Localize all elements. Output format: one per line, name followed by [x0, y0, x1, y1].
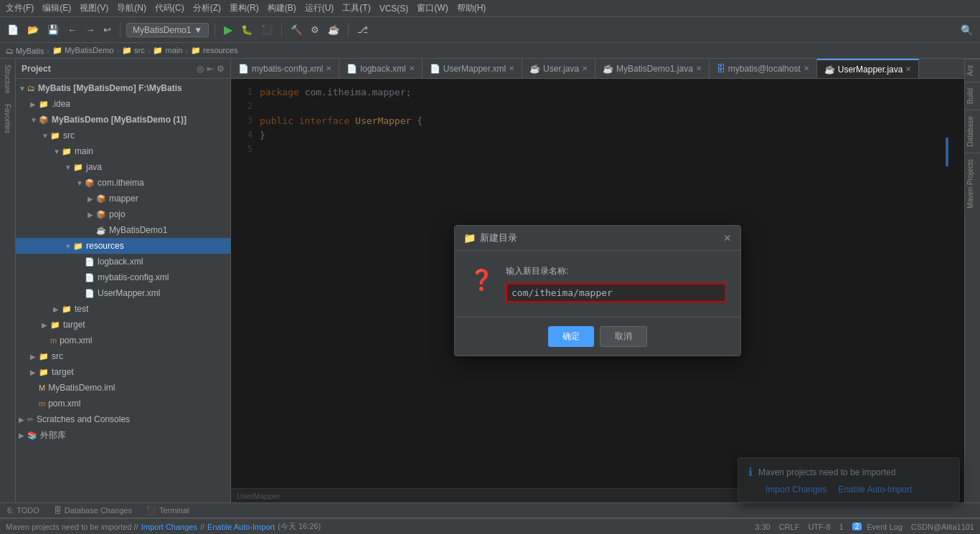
back-button[interactable]: ←	[65, 23, 80, 37]
status-indent[interactable]: 1	[839, 523, 844, 531]
breadcrumb-src[interactable]: 📁 src	[122, 46, 145, 55]
sdk-button[interactable]: ☕	[325, 23, 342, 37]
maven-icon: m	[50, 336, 57, 345]
dialog-title-text: 新建目录	[480, 232, 517, 244]
breadcrumb-resources[interactable]: 📁 resources	[191, 46, 237, 55]
dialog-cancel-button[interactable]: 取消	[600, 326, 647, 347]
tab-mybatis-db[interactable]: 🗄 mybatis@localhost ✕	[710, 59, 817, 79]
menu-vcs[interactable]: VCS(S)	[380, 4, 409, 14]
editor-area[interactable]: 1 package com.itheima.mapper; 2 3 public…	[231, 79, 964, 502]
tree-item-mybatis-config[interactable]: ▶ 📄 mybatis-config.xml	[16, 270, 230, 285]
tree-item-target-root[interactable]: ▶ 📁 target	[16, 364, 230, 380]
scroll-from-source-icon[interactable]: ◎	[197, 64, 204, 74]
tree-item-mybatisdemo[interactable]: ▼ 📦 MyBatisDemo [MyBatisDemo (1)]	[16, 112, 230, 128]
tree-item-java[interactable]: ▼ 📁 java	[16, 159, 230, 175]
tab-close-icon[interactable]: ✕	[509, 65, 514, 72]
menu-file[interactable]: 文件(F)	[6, 2, 34, 14]
menu-navigate[interactable]: 导航(N)	[117, 2, 146, 14]
tree-item-src-root[interactable]: ▶ 📁 src	[16, 348, 230, 364]
breadcrumb-mybatis[interactable]: 🗂 MyBatis	[6, 47, 44, 55]
arrow-icon: ▶	[30, 353, 39, 361]
tree-label: mapper	[109, 194, 138, 204]
history-button[interactable]: ↩	[100, 23, 114, 37]
tab-logback[interactable]: 📄 logback.xml ✕	[339, 59, 422, 79]
tree-item-target-module[interactable]: ▶ 📁 target	[16, 317, 230, 333]
menu-analyze[interactable]: 分析(Z)	[193, 2, 221, 14]
tab-usermapper-xml[interactable]: 📄 UserMapper.xml ✕	[423, 59, 522, 79]
tree-item-resources[interactable]: ▼ 📁 resources	[16, 238, 230, 254]
tab-usermapper-java[interactable]: ☕ UserMapper.java ✕	[817, 59, 920, 79]
menu-view[interactable]: 视图(V)	[80, 2, 108, 14]
tree-item-mybatis-root[interactable]: ▼ 🗂 MyBatis [MyBatisDemo] F:\MyBatis	[16, 80, 230, 96]
dialog-close-button[interactable]: ✕	[723, 232, 732, 244]
status-line-ending[interactable]: CRLF	[779, 523, 800, 531]
breadcrumb-main[interactable]: 📁 main	[153, 46, 182, 55]
toolbar-separator-4	[348, 23, 349, 37]
forward-button[interactable]: →	[83, 23, 98, 37]
menu-edit[interactable]: 编辑(E)	[42, 2, 71, 14]
tree-item-iml[interactable]: ▶ M MyBatisDemo.iml	[16, 380, 230, 396]
status-import-changes-link[interactable]: Import Changes	[141, 523, 197, 531]
breadcrumb-mybatisdemo[interactable]: 📁 MyBatisDemo	[52, 46, 114, 55]
tree-item-pom-module[interactable]: ▶ m pom.xml	[16, 333, 230, 348]
menu-code[interactable]: 代码(C)	[155, 2, 184, 14]
settings-icon[interactable]: ⚙	[308, 23, 322, 37]
arrow-icon: ▼	[53, 148, 62, 156]
collapse-all-icon[interactable]: ⇤	[207, 64, 214, 74]
menu-tools[interactable]: 工具(T)	[342, 2, 370, 14]
sidebar-item-structure[interactable]: Structure	[2, 62, 13, 97]
tree-item-pom-root[interactable]: ▶ m pom.xml	[16, 396, 230, 411]
tree-item-main[interactable]: ▼ 📁 main	[16, 143, 230, 159]
tab-close-icon[interactable]: ✕	[582, 65, 588, 72]
tree-item-logback[interactable]: ▶ 📄 logback.xml	[16, 254, 230, 270]
tree-item-scratches[interactable]: ▶ ✏ Scratches and Consoles	[16, 411, 230, 427]
menu-window[interactable]: 窗口(W)	[417, 2, 448, 14]
tree-item-mapper[interactable]: ▶ 📦 mapper	[16, 191, 230, 206]
tree-item-test[interactable]: ▶ 📁 test	[16, 301, 230, 317]
status-enable-autoimport-link[interactable]: Enable Auto-Import	[207, 523, 275, 531]
save-button[interactable]: 💾	[44, 23, 62, 37]
bottom-tab-terminal[interactable]: ⬛ Terminal	[139, 502, 197, 518]
tab-close-icon[interactable]: ✕	[804, 65, 809, 72]
open-button[interactable]: 📂	[24, 23, 42, 37]
sidebar-item-maven[interactable]: Maven Projects	[965, 153, 980, 214]
dialog-ok-button[interactable]: 确定	[548, 326, 594, 347]
bottom-tab-todo[interactable]: 6: TODO	[0, 502, 47, 518]
tree-item-mybatisdemo1[interactable]: ▶ ☕ MyBatisDemo1	[16, 222, 230, 238]
tree-item-com-itheima[interactable]: ▼ 📦 com.itheima	[16, 175, 230, 191]
sidebar-item-database[interactable]: Database	[965, 110, 980, 153]
menu-refactor[interactable]: 重构(R)	[230, 2, 259, 14]
new-button[interactable]: 📄	[4, 23, 22, 37]
bottom-tab-database-changes[interactable]: 🗄 Database Changes	[47, 502, 139, 518]
tab-close-icon[interactable]: ✕	[696, 65, 702, 72]
tree-item-src[interactable]: ▼ 📁 src	[16, 128, 230, 143]
debug-button[interactable]: 🐛	[238, 23, 255, 37]
menu-help[interactable]: 帮助(H)	[457, 2, 486, 14]
search-everywhere-button[interactable]: 🔍	[958, 23, 976, 37]
tree-item-idea[interactable]: ▶ 📁 .idea	[16, 96, 230, 112]
status-encoding[interactable]: UTF-8	[808, 523, 830, 531]
tree-item-usermapper-xml[interactable]: ▶ 📄 UserMapper.xml	[16, 285, 230, 301]
sidebar-item-ant[interactable]: Ant	[965, 59, 980, 82]
menu-run[interactable]: 运行(U)	[305, 2, 334, 14]
tab-close-icon[interactable]: ✕	[326, 65, 331, 72]
status-event-log[interactable]: 2 Event Log	[852, 523, 903, 531]
tab-label: Database Changes	[65, 506, 132, 515]
tree-item-external-libs[interactable]: ▶ 📚 外部库	[16, 427, 230, 443]
sidebar-item-build[interactable]: Build	[965, 82, 980, 110]
stop-button[interactable]: ⬛	[258, 23, 275, 37]
tab-user-java[interactable]: ☕ User.java ✕	[522, 59, 595, 79]
tree-item-pojo[interactable]: ▶ 📦 pojo	[16, 206, 230, 222]
build-button[interactable]: 🔨	[288, 23, 305, 37]
project-selector[interactable]: MyBatisDemo1 ▼	[126, 23, 209, 37]
tab-mybatis-config[interactable]: 📄 mybatis-config.xml ✕	[231, 59, 339, 79]
tab-close-icon[interactable]: ✕	[905, 65, 911, 73]
settings-icon[interactable]: ⚙	[217, 64, 225, 74]
tab-mybatisdemo1-java[interactable]: ☕ MyBatisDemo1.java ✕	[595, 59, 710, 79]
directory-name-input[interactable]	[506, 283, 726, 302]
git-button[interactable]: ⎇	[354, 23, 371, 37]
tab-close-icon[interactable]: ✕	[409, 65, 415, 72]
menu-build[interactable]: 构建(B)	[268, 2, 296, 14]
run-button[interactable]: ▶	[221, 22, 235, 38]
sidebar-item-favorites[interactable]: Favorites	[2, 101, 13, 136]
